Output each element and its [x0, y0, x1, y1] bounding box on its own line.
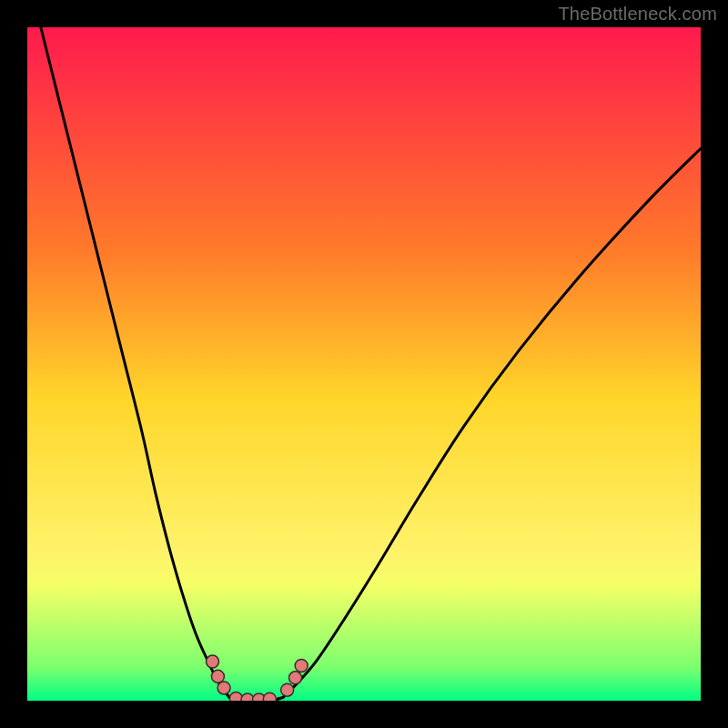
bead-marker: [207, 655, 219, 668]
bead-marker: [217, 682, 230, 694]
watermark-text: TheBottleneck.com: [558, 4, 717, 25]
bead-marker: [263, 693, 276, 701]
chart-stage: TheBottleneck.com: [0, 0, 728, 728]
bottleneck-chart: [27, 27, 701, 701]
bead-marker: [211, 670, 224, 682]
bead-marker: [295, 660, 308, 672]
bead-marker: [289, 672, 302, 684]
bead-marker: [281, 683, 294, 696]
gradient-background: [27, 27, 701, 701]
